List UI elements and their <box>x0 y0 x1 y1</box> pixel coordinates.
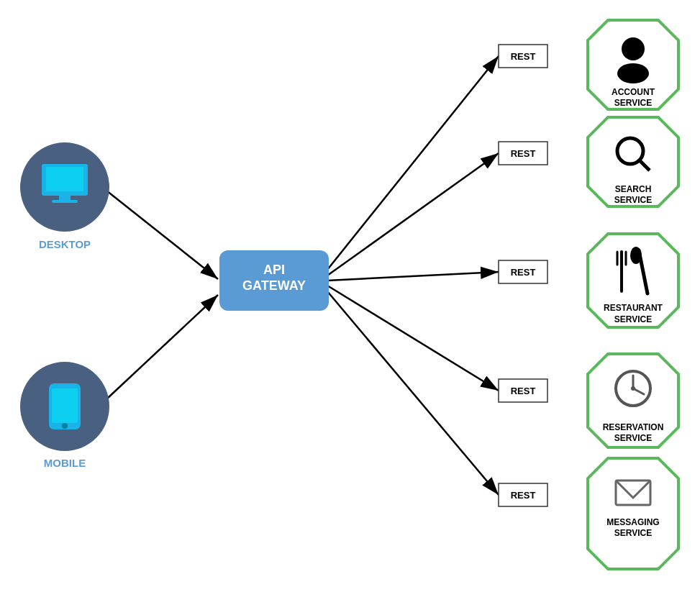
api-gateway-label-line1: API <box>263 263 285 277</box>
architecture-diagram: DESKTOP MOBILE API GATEWAY REST ACCOUNT … <box>0 0 700 592</box>
account-label-line1: ACCOUNT <box>612 87 655 97</box>
rest-label-reservation: REST <box>511 386 536 396</box>
desktop-base <box>52 200 78 203</box>
reservation-label-line2: SERVICE <box>614 433 652 443</box>
arrow-gateway-messaging <box>327 291 499 495</box>
reservation-label-line1: RESERVATION <box>603 422 664 432</box>
account-head <box>622 37 645 60</box>
arrow-gateway-search <box>327 153 499 275</box>
mobile-button <box>62 423 68 429</box>
rest-label-messaging: REST <box>511 490 536 501</box>
account-body <box>617 63 649 83</box>
restaurant-label-line1: RESTAURANT <box>604 303 663 313</box>
arrow-gateway-reservation <box>327 286 499 391</box>
restaurant-label-line2: SERVICE <box>614 314 652 324</box>
messaging-label-line2: SERVICE <box>614 528 652 538</box>
api-gateway-label-line2: GATEWAY <box>242 278 306 293</box>
desktop-label: DESKTOP <box>39 238 91 250</box>
rest-label-account: REST <box>511 51 536 62</box>
rest-label-restaurant: REST <box>511 267 536 278</box>
arrow-desktop-gateway <box>106 191 218 279</box>
arrow-gateway-account <box>327 56 499 270</box>
account-label-line2: SERVICE <box>614 98 652 108</box>
arrow-gateway-restaurant <box>327 272 499 281</box>
desktop-inner-screen <box>46 167 83 191</box>
messaging-label-line1: MESSAGING <box>606 517 659 527</box>
search-label-line1: SEARCH <box>615 184 652 194</box>
mobile-label: MOBILE <box>44 457 86 469</box>
octagon-messaging <box>588 458 678 569</box>
rest-label-search: REST <box>511 148 536 159</box>
arrow-mobile-gateway <box>106 295 218 399</box>
restaurant-spoon-bowl <box>630 247 642 264</box>
mobile-screen <box>52 388 78 423</box>
octagon-restaurant <box>588 234 678 327</box>
search-label-line2: SERVICE <box>614 195 652 205</box>
